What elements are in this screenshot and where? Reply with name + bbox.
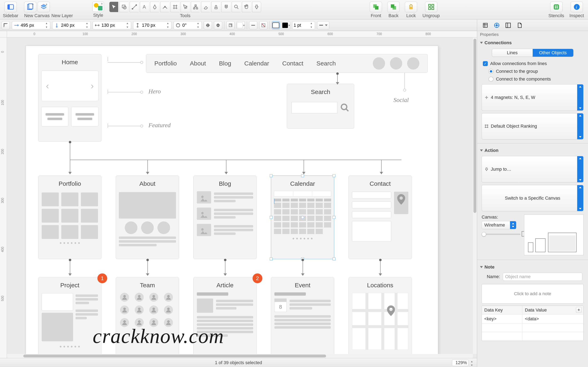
stroke-style-menu[interactable] bbox=[317, 21, 329, 29]
zoom-stepper[interactable]: ▲▼ bbox=[470, 360, 474, 366]
connect-components-radio[interactable] bbox=[489, 77, 493, 82]
note-body[interactable]: Click to add a note bbox=[482, 284, 584, 304]
card-calendar[interactable]: Calendar bbox=[271, 175, 334, 259]
tool-magnet[interactable] bbox=[222, 2, 231, 12]
card-portfolio[interactable]: Portfolio bbox=[38, 175, 102, 259]
card-event[interactable]: Event 8 bbox=[271, 277, 334, 354]
card-team[interactable]: Team bbox=[116, 277, 179, 354]
h-input[interactable] bbox=[142, 23, 164, 28]
insp-tab-canvas[interactable] bbox=[504, 21, 512, 29]
style-swatch-button[interactable] bbox=[93, 2, 104, 12]
card-contact[interactable]: Contact bbox=[348, 175, 412, 259]
inspect-button[interactable]: i bbox=[571, 2, 583, 12]
social-dot-3[interactable] bbox=[407, 57, 419, 69]
rotation-field[interactable]: ▲▼ bbox=[173, 21, 202, 29]
ungroup-button[interactable] bbox=[425, 2, 437, 12]
card-locations[interactable]: Locations bbox=[348, 277, 412, 354]
tool-hierarchy[interactable] bbox=[191, 2, 200, 12]
stencils-button[interactable] bbox=[550, 2, 562, 12]
tool-select[interactable] bbox=[109, 2, 118, 12]
ruler-origin-button[interactable] bbox=[2, 21, 10, 29]
connections-segment[interactable]: Lines Other Objects bbox=[492, 49, 573, 57]
tool-line[interactable] bbox=[130, 2, 139, 12]
nav-contact[interactable]: Contact bbox=[282, 60, 303, 67]
new-canvas-button[interactable]: + bbox=[24, 2, 36, 12]
connect-group-radio[interactable] bbox=[489, 69, 493, 74]
seg-lines[interactable]: Lines bbox=[492, 49, 533, 57]
sidebar-toggle-button[interactable] bbox=[4, 2, 17, 12]
bring-front-button[interactable] bbox=[370, 2, 382, 12]
lock-button[interactable] bbox=[405, 2, 417, 12]
nav-search[interactable]: Search bbox=[316, 60, 336, 67]
stroke-enabled-button[interactable] bbox=[272, 21, 280, 29]
card-home[interactable]: Home ‹ › bbox=[38, 54, 102, 142]
tool-eraser[interactable] bbox=[201, 2, 210, 12]
card-search[interactable]: Search bbox=[287, 84, 354, 129]
rot-input[interactable] bbox=[182, 23, 195, 28]
seg-other-objects[interactable]: Other Objects bbox=[533, 49, 573, 57]
magnets-menu[interactable]: 4 magnets: N, S, E, W bbox=[482, 84, 584, 111]
tool-artboard[interactable] bbox=[171, 2, 180, 12]
tool-stamp[interactable] bbox=[211, 2, 220, 12]
social-dot-1[interactable] bbox=[373, 57, 385, 69]
zoom-field[interactable]: 129% bbox=[452, 359, 468, 366]
stepper[interactable]: ▲▼ bbox=[44, 21, 49, 29]
tool-subsel[interactable] bbox=[181, 2, 190, 12]
action-target-menu[interactable]: Switch to a Specific Canvas bbox=[482, 185, 584, 211]
tool-shape[interactable] bbox=[120, 2, 129, 12]
nav-about[interactable]: About bbox=[190, 60, 206, 67]
scrollbar-vertical[interactable] bbox=[473, 38, 477, 354]
nav-calendar[interactable]: Calendar bbox=[244, 60, 269, 67]
flip-horizontal-button[interactable] bbox=[204, 21, 212, 29]
kv-add-button[interactable]: + bbox=[576, 307, 582, 313]
tool-hand[interactable] bbox=[242, 2, 251, 12]
zoom-slider[interactable] bbox=[482, 234, 520, 235]
card-blog[interactable]: Blog bbox=[193, 175, 257, 259]
action-section[interactable]: Action bbox=[477, 146, 588, 155]
w-input[interactable] bbox=[102, 23, 124, 28]
kv-key-cell[interactable]: <key> bbox=[482, 315, 522, 323]
stroke-color-button[interactable]: ▾ bbox=[282, 21, 290, 29]
x-position-field[interactable]: ▲▼ bbox=[12, 21, 50, 29]
canvas-name-menu[interactable]: Wireframe bbox=[482, 221, 516, 229]
nav-blog[interactable]: Blog bbox=[219, 60, 231, 67]
kv-val-cell[interactable]: <data> bbox=[522, 315, 583, 323]
fill-style-button[interactable] bbox=[226, 21, 234, 29]
card-article[interactable]: Article bbox=[193, 277, 257, 354]
insp-tab-object[interactable] bbox=[481, 21, 489, 29]
data-key-value-table[interactable]: Data KeyData Value+ <key><data> bbox=[482, 306, 584, 341]
canvas-preview-thumbnail[interactable] bbox=[524, 215, 584, 255]
ruler-horizontal[interactable]: 0 100 200 300 400 500 600 700 800 bbox=[7, 31, 477, 38]
stroke-style-button[interactable] bbox=[249, 21, 257, 29]
social-dot-2[interactable] bbox=[390, 57, 402, 69]
tool-action[interactable] bbox=[252, 2, 261, 12]
flip-vertical-button[interactable] bbox=[214, 21, 222, 29]
stroke-width-field[interactable]: ▲▼ bbox=[292, 21, 315, 29]
note-name-input[interactable]: Object name bbox=[503, 273, 582, 281]
insp-tab-connections[interactable] bbox=[493, 21, 501, 29]
tool-zoom[interactable] bbox=[232, 2, 241, 12]
new-layer-button[interactable]: + bbox=[38, 2, 50, 12]
tool-pen[interactable] bbox=[150, 2, 159, 12]
search-icon[interactable] bbox=[340, 103, 350, 112]
allow-connections-checkbox[interactable] bbox=[483, 61, 488, 66]
carousel-prev-icon[interactable]: ‹ bbox=[46, 81, 49, 91]
send-back-button[interactable] bbox=[387, 2, 399, 12]
y-position-field[interactable]: ▲▼ bbox=[52, 21, 91, 29]
y-input[interactable] bbox=[61, 23, 84, 28]
canvas-viewport[interactable]: Home ‹ › Portfolio About Blo bbox=[7, 38, 473, 354]
x-input[interactable] bbox=[21, 23, 43, 28]
carousel-next-icon[interactable]: › bbox=[91, 81, 94, 91]
card-project[interactable]: Project bbox=[38, 277, 102, 354]
height-field[interactable]: ▲▼ bbox=[133, 21, 172, 29]
nav-portfolio[interactable]: Portfolio bbox=[154, 60, 177, 67]
canvas-page[interactable]: Home ‹ › Portfolio About Blo bbox=[26, 46, 438, 354]
fill-color-button[interactable]: ▾ bbox=[237, 21, 245, 29]
tool-point[interactable] bbox=[160, 2, 169, 12]
stroke-input[interactable] bbox=[294, 23, 308, 28]
connections-section[interactable]: Connections bbox=[477, 38, 588, 47]
width-field[interactable]: ▲▼ bbox=[93, 21, 131, 29]
no-stroke-button[interactable] bbox=[259, 21, 268, 29]
insp-tab-document[interactable] bbox=[516, 21, 524, 29]
note-section[interactable]: Note bbox=[477, 262, 588, 271]
